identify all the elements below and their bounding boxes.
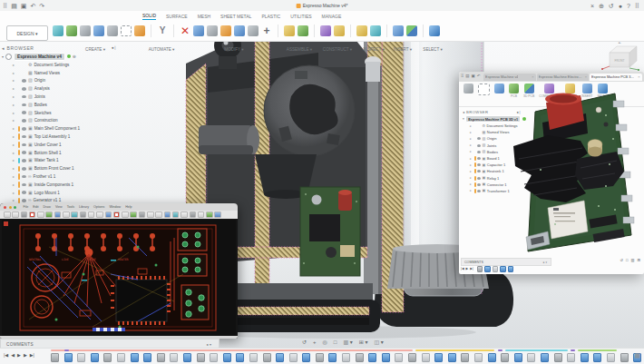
expand-arrow-icon[interactable]: ▸ [13, 111, 16, 115]
close-tab-icon[interactable]: × [530, 74, 533, 79]
expand-arrow-icon[interactable]: ▸ [470, 124, 473, 128]
go-to-start-button[interactable]: |◀ [4, 353, 8, 358]
undo-icon[interactable]: ↶ [30, 3, 35, 9]
separator[interactable] [423, 25, 424, 37]
expand-arrow-icon[interactable]: ▸ [13, 143, 16, 147]
expand-arrow-icon[interactable]: ▸ [13, 63, 16, 67]
zoom-window-icon[interactable] [14, 206, 16, 209]
pcb-tool-icon[interactable] [71, 212, 78, 219]
visibility-eye-icon[interactable] [22, 79, 26, 83]
save-icon[interactable]: ▣ [472, 74, 475, 79]
browser-tree-item[interactable]: ▸ ▧ Origin [463, 135, 522, 142]
expand-arrow-icon[interactable]: ▸ [13, 126, 16, 131]
pcb-tool-icon[interactable] [29, 212, 36, 219]
menu-item[interactable]: View [55, 205, 63, 209]
timeline-feature-icon[interactable] [143, 353, 151, 362]
ribbon-group-label[interactable]: INSPECT ▾ [363, 47, 384, 52]
timeline-feature-icon[interactable] [157, 353, 165, 362]
visibility-eye-icon[interactable] [22, 191, 26, 194]
separator[interactable] [314, 25, 315, 37]
pcb-tool-icon[interactable] [155, 212, 162, 219]
expand-arrow-icon[interactable]: ▾ [2, 54, 4, 59]
pcb-tool-icon[interactable] [139, 212, 146, 219]
visibility-eye-icon[interactable] [477, 163, 481, 166]
timeline-feature-icon[interactable] [356, 353, 364, 362]
layer-indicator-icon[interactable] [4, 221, 8, 226]
timeline-feature-icon[interactable] [368, 353, 376, 362]
timeline-feature-icon[interactable] [593, 353, 601, 362]
timeline-feature-icon[interactable] [236, 353, 244, 362]
timeline-feature-icon[interactable] [276, 353, 284, 362]
tab-sheet-metal[interactable]: SHEET METAL [220, 14, 251, 20]
activate-component-icon[interactable] [5, 54, 12, 60]
file-menu-icon[interactable]: ▤ [11, 3, 17, 9]
grid-settings-icon[interactable]: ⊞ ▾ [359, 339, 368, 345]
split-body-icon[interactable] [248, 25, 259, 36]
extensions-icon[interactable]: ⠿ [635, 3, 639, 9]
comments-options-icon[interactable]: ● ▾ [206, 342, 211, 347]
timeline-feature-icon[interactable] [382, 353, 390, 362]
orbit-icon[interactable]: ↺ [302, 339, 307, 345]
electronics-comments-bar[interactable]: COMMENTS ● ▾ [461, 258, 551, 266]
pcb-zoom-scrollbar[interactable] [93, 328, 125, 331]
browser-tree-item[interactable]: ▸ ▧ Analysis [2, 84, 120, 93]
timeline-feature-icon[interactable] [477, 266, 483, 272]
timeline-feature-icon[interactable] [328, 353, 337, 362]
panel-options-icon[interactable]: ●∣ [517, 110, 521, 114]
close-tab-icon[interactable]: × [583, 74, 587, 79]
pcb-tool-icon[interactable] [147, 212, 154, 219]
expand-arrow-icon[interactable]: ▾ [463, 117, 464, 121]
timeline-options-icon[interactable]: ▦ [634, 352, 640, 359]
pcb-tool-icon[interactable] [181, 212, 188, 219]
browser-header[interactable]: ◂ BROWSER ●∣ [463, 108, 522, 115]
timeline-feature-icon[interactable] [51, 353, 59, 362]
pattern-icon[interactable] [134, 25, 145, 36]
pcb-tool-icon[interactable] [164, 212, 171, 219]
visibility-eye-icon[interactable] [22, 87, 26, 91]
timeline-feature-icon[interactable] [581, 353, 589, 362]
visibility-eye-icon[interactable] [22, 103, 26, 107]
close-tab-icon[interactable]: × [636, 74, 639, 79]
pcb-tool-icon[interactable] [130, 212, 137, 219]
browser-tree-item[interactable]: ▸ ▣ Inside Components 1 [2, 181, 120, 189]
expand-arrow-icon[interactable]: ▸ [470, 150, 473, 153]
tab-mesh[interactable]: MESH [198, 14, 210, 20]
visibility-eye-icon[interactable] [22, 119, 26, 123]
ribbon-group-label[interactable]: CONSTRUCT ▾ [323, 47, 352, 52]
expand-arrow-icon[interactable]: ▸ [470, 157, 473, 161]
pcb-tool-icon[interactable] [54, 212, 62, 219]
expand-arrow-icon[interactable]: ▸ [13, 151, 16, 155]
sweep-icon[interactable] [107, 25, 118, 36]
browser-tree-item[interactable]: ▸ ▦ Named Views [2, 69, 120, 77]
workspace-selector[interactable]: DESIGN ▾ [6, 25, 48, 41]
visibility-eye-icon[interactable] [22, 183, 26, 187]
timeline-feature-icon[interactable] [567, 353, 575, 362]
ribbon-group-label[interactable]: SELECT ▾ [423, 47, 442, 52]
apps-grid-icon[interactable]: ⠿ [461, 74, 463, 79]
timeline-feature-icon[interactable] [131, 353, 139, 362]
pcb-tool-icon[interactable] [37, 212, 44, 219]
press-pull-icon[interactable] [193, 25, 204, 36]
browser-tree-item[interactable]: ▸ ⚙ Document Settings [2, 61, 120, 69]
play-button[interactable]: ▶ [17, 353, 21, 358]
pcb-tool-icon[interactable] [172, 212, 180, 219]
tab-manage[interactable]: MANAGE [322, 14, 342, 20]
expand-arrow-icon[interactable]: ▸ [13, 174, 16, 179]
timeline-feature-icon[interactable] [263, 353, 271, 362]
browser-tree-item[interactable]: ▸ ▣ Board 1 [463, 155, 522, 162]
timeline-feature-icon[interactable] [316, 353, 324, 362]
visibility-eye-icon[interactable] [477, 157, 481, 160]
display-settings-icon[interactable]: ▥ [631, 259, 635, 262]
separator[interactable] [278, 25, 278, 37]
browser-root-item[interactable]: ▾ Espresso Machine v4 ⊕ [2, 52, 120, 61]
timeline-feature-icon[interactable] [607, 353, 615, 362]
menu-item[interactable]: Library [79, 205, 89, 209]
expand-arrow-icon[interactable]: ▸ [13, 134, 16, 139]
timeline-feature-icon[interactable] [342, 353, 350, 362]
pcb-tool-icon[interactable] [63, 212, 70, 219]
expand-arrow-icon[interactable]: ▸ [470, 182, 473, 186]
close-document-icon[interactable]: × [590, 3, 594, 9]
redo-icon[interactable]: ↷ [39, 3, 44, 9]
browser-tree-item[interactable]: ▸ ▧ Bodies [2, 101, 120, 109]
expand-arrow-icon[interactable]: ▸ [470, 170, 473, 173]
